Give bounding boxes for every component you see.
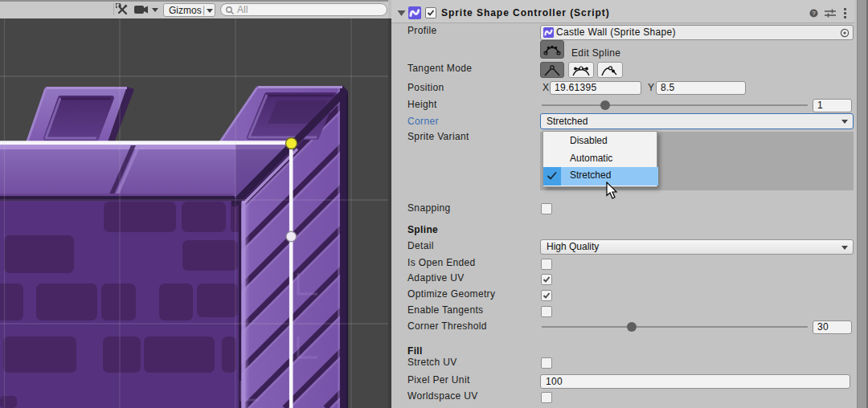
svg-text:?: ? [812, 10, 816, 17]
